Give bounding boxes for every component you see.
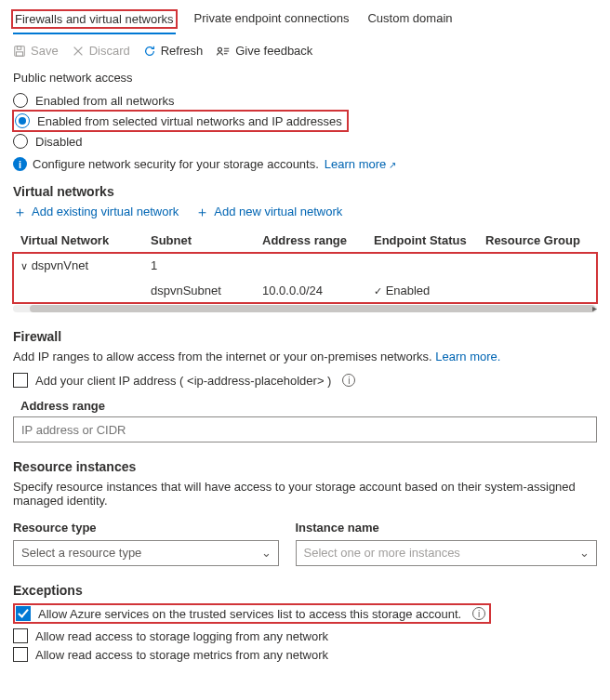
- plus-icon: ＋: [195, 205, 209, 218]
- checkbox-icon: [13, 628, 28, 643]
- check-icon: ✓: [374, 285, 382, 297]
- tab-bar: Firewalls and virtual networks Private e…: [13, 7, 597, 34]
- refresh-button[interactable]: Refresh: [143, 44, 204, 58]
- help-icon[interactable]: i: [342, 374, 355, 387]
- vnet-table-header: Virtual Network Subnet Address range End…: [13, 228, 597, 253]
- col-subnet[interactable]: Subnet: [143, 228, 255, 253]
- radio-icon: [13, 93, 28, 108]
- info-icon: i: [13, 157, 27, 171]
- learn-more-label: Learn more: [325, 157, 386, 171]
- add-existing-vnet-button[interactable]: ＋ Add existing virtual network: [13, 205, 179, 218]
- feedback-icon: [216, 45, 231, 58]
- radio-icon: [13, 134, 28, 149]
- external-link-icon: ↗: [389, 160, 396, 170]
- add-existing-label: Add existing virtual network: [32, 205, 179, 218]
- discard-icon: [72, 45, 85, 58]
- endpoint-status: Enabled: [386, 284, 431, 297]
- exception-metrics-row[interactable]: Allow read access to storage metrics fro…: [13, 645, 597, 664]
- firewall-desc-text: Add IP ranges to allow access from the i…: [13, 350, 432, 363]
- checkbox-icon: [13, 373, 28, 388]
- tab-firewalls[interactable]: Firewalls and virtual networks: [13, 7, 176, 34]
- radio-enabled-all[interactable]: Enabled from all networks: [13, 90, 597, 111]
- add-new-label: Add new virtual network: [214, 205, 342, 218]
- feedback-label: Give feedback: [235, 44, 312, 58]
- save-icon: [13, 45, 26, 58]
- tab-private-endpoint[interactable]: Private endpoint connections: [194, 7, 350, 34]
- resinst-fields: Resource type Select a resource type ⌄ I…: [13, 515, 597, 566]
- svg-point-5: [219, 47, 222, 51]
- scroll-right-icon[interactable]: ▸: [592, 303, 597, 313]
- subnet-count: 1: [143, 253, 255, 278]
- feedback-button[interactable]: Give feedback: [216, 44, 312, 58]
- discard-button[interactable]: Discard: [72, 44, 130, 58]
- radio-icon: [15, 113, 30, 128]
- radio-enabled-selected[interactable]: Enabled from selected virtual networks a…: [13, 111, 348, 131]
- resinst-heading: Resource instances: [13, 459, 597, 474]
- radio-disabled[interactable]: Disabled: [13, 131, 597, 152]
- firewall-heading: Firewall: [13, 329, 597, 344]
- vnets-heading: Virtual networks: [13, 184, 597, 199]
- firewall-desc: Add IP ranges to allow access from the i…: [13, 350, 597, 363]
- firewall-learn-more-link[interactable]: Learn more.: [435, 350, 500, 363]
- resource-type-select[interactable]: Select a resource type: [13, 540, 279, 566]
- exceptions-heading: Exceptions: [13, 583, 597, 598]
- col-rg[interactable]: Resource Group: [478, 228, 597, 253]
- col-range[interactable]: Address range: [255, 228, 366, 253]
- tab-firewalls-highlight: Firewalls and virtual networks: [13, 11, 176, 27]
- radio-label: Enabled from selected virtual networks a…: [37, 114, 342, 128]
- col-status[interactable]: Endpoint Status: [366, 228, 478, 253]
- instance-name-select[interactable]: Select one or more instances: [296, 540, 598, 566]
- save-button[interactable]: Save: [13, 44, 59, 58]
- svg-rect-2: [17, 51, 23, 55]
- discard-label: Discard: [89, 44, 130, 58]
- col-vnet[interactable]: Virtual Network: [13, 228, 143, 253]
- table-row[interactable]: dspvnSubnet 10.0.0.0/24 ✓ Enabled: [13, 278, 597, 303]
- vnet-table: Virtual Network Subnet Address range End…: [13, 228, 597, 303]
- hscroll[interactable]: ◂ ▸: [13, 305, 597, 312]
- table-row[interactable]: ∨ dspvnVnet 1: [13, 253, 597, 278]
- address-range: 10.0.0.0/24: [255, 278, 366, 303]
- instance-name-label: Instance name: [296, 521, 598, 535]
- radio-label: Disabled: [35, 135, 83, 149]
- subnet-name: dspvnSubnet: [143, 278, 255, 303]
- radio-label: Enabled from all networks: [35, 94, 175, 108]
- info-text: Configure network security for your stor…: [33, 157, 319, 171]
- add-new-vnet-button[interactable]: ＋ Add new virtual network: [195, 205, 342, 218]
- plus-icon: ＋: [13, 205, 27, 218]
- resinst-desc: Specify resource instances that will hav…: [13, 480, 597, 508]
- exception-metrics-label: Allow read access to storage metrics fro…: [35, 648, 328, 662]
- save-label: Save: [31, 44, 59, 58]
- tab-custom-domain[interactable]: Custom domain: [367, 7, 452, 34]
- checkbox-icon: [13, 647, 28, 662]
- checkbox-icon: [16, 606, 31, 621]
- refresh-icon: [143, 45, 156, 58]
- add-client-ip-label: Add your client IP address ( <ip-address…: [35, 374, 331, 388]
- help-icon[interactable]: i: [472, 607, 485, 620]
- command-bar: Save Discard Refresh Give feedback: [13, 44, 597, 58]
- resource-type-label: Resource type: [13, 521, 279, 535]
- learn-more-link[interactable]: Learn more↗: [325, 157, 396, 171]
- scrollbar-track[interactable]: [13, 305, 597, 312]
- svg-rect-1: [17, 46, 20, 49]
- exception-logging-row[interactable]: Allow read access to storage logging fro…: [13, 627, 597, 645]
- address-range-label: Address range: [20, 399, 597, 413]
- vnet-actions: ＋ Add existing virtual network ＋ Add new…: [13, 205, 597, 218]
- exception-logging-label: Allow read access to storage logging fro…: [35, 629, 328, 643]
- exception-trusted-row[interactable]: Allow Azure services on the trusted serv…: [13, 603, 491, 624]
- vnet-row-highlight: ∨ dspvnVnet 1 dspvnSubnet 10.0.0.0/24 ✓ …: [13, 253, 597, 303]
- exception-trusted-label: Allow Azure services on the trusted serv…: [38, 607, 461, 621]
- refresh-label: Refresh: [161, 44, 204, 58]
- public-access-heading: Public network access: [13, 71, 597, 85]
- address-range-input[interactable]: [13, 416, 597, 442]
- add-client-ip-checkbox[interactable]: Add your client IP address ( <ip-address…: [13, 371, 597, 390]
- chevron-down-icon[interactable]: ∨: [20, 260, 28, 271]
- vnet-name: dspvnVnet: [32, 258, 88, 272]
- info-banner: i Configure network security for your st…: [13, 157, 597, 171]
